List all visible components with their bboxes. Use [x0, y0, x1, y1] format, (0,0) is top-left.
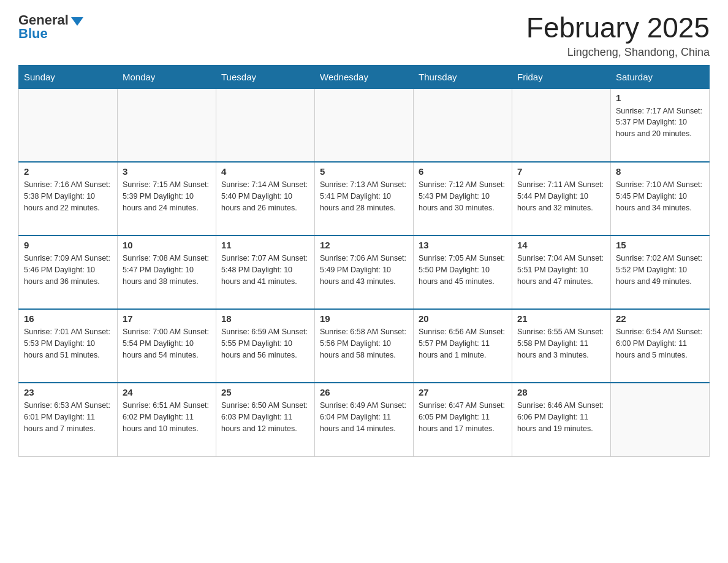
- day-info: Sunrise: 6:58 AM Sunset: 5:56 PM Dayligh…: [320, 326, 408, 361]
- day-info: Sunrise: 7:13 AM Sunset: 5:41 PM Dayligh…: [320, 179, 408, 213]
- location-text: Lingcheng, Shandong, China: [526, 46, 710, 59]
- day-number: 12: [320, 240, 408, 250]
- day-info: Sunrise: 6:51 AM Sunset: 6:02 PM Dayligh…: [123, 400, 211, 434]
- day-info: Sunrise: 7:07 AM Sunset: 5:48 PM Dayligh…: [221, 253, 309, 287]
- calendar-cell: 18Sunrise: 6:59 AM Sunset: 5:55 PM Dayli…: [216, 309, 315, 383]
- day-number: 13: [419, 240, 507, 250]
- calendar-cell: 27Sunrise: 6:47 AM Sunset: 6:05 PM Dayli…: [414, 383, 512, 456]
- day-info: Sunrise: 7:08 AM Sunset: 5:47 PM Dayligh…: [123, 253, 211, 287]
- day-info: Sunrise: 7:02 AM Sunset: 5:52 PM Dayligh…: [616, 253, 704, 287]
- weekday-header-friday: Friday: [512, 65, 611, 88]
- day-info: Sunrise: 6:53 AM Sunset: 6:01 PM Dayligh…: [24, 400, 112, 434]
- calendar-cell: 2Sunrise: 7:16 AM Sunset: 5:38 PM Daylig…: [19, 162, 118, 236]
- day-info: Sunrise: 7:10 AM Sunset: 5:45 PM Dayligh…: [616, 179, 704, 213]
- logo-arrow-icon: [71, 17, 83, 26]
- calendar-cell: 12Sunrise: 7:06 AM Sunset: 5:49 PM Dayli…: [315, 236, 414, 309]
- weekday-header-sunday: Sunday: [19, 65, 118, 88]
- calendar-cell: 16Sunrise: 7:01 AM Sunset: 5:53 PM Dayli…: [19, 309, 118, 383]
- day-number: 25: [221, 387, 309, 397]
- day-number: 23: [24, 387, 112, 397]
- day-info: Sunrise: 6:49 AM Sunset: 6:04 PM Dayligh…: [320, 400, 408, 434]
- day-number: 11: [221, 240, 309, 250]
- day-number: 15: [616, 240, 704, 250]
- weekday-header-saturday: Saturday: [611, 65, 710, 88]
- calendar-week-row: 23Sunrise: 6:53 AM Sunset: 6:01 PM Dayli…: [19, 383, 710, 456]
- calendar-header-row: SundayMondayTuesdayWednesdayThursdayFrid…: [19, 65, 710, 88]
- calendar-week-row: 2Sunrise: 7:16 AM Sunset: 5:38 PM Daylig…: [19, 162, 710, 236]
- day-number: 7: [517, 166, 605, 177]
- day-info: Sunrise: 6:59 AM Sunset: 5:55 PM Dayligh…: [221, 326, 309, 361]
- calendar-week-row: 1Sunrise: 7:17 AM Sunset: 5:37 PM Daylig…: [19, 88, 710, 162]
- day-number: 14: [517, 240, 605, 250]
- calendar-cell: 17Sunrise: 7:00 AM Sunset: 5:54 PM Dayli…: [118, 309, 216, 383]
- calendar-cell: 24Sunrise: 6:51 AM Sunset: 6:02 PM Dayli…: [118, 383, 216, 456]
- calendar-cell: [512, 88, 611, 162]
- logo: General Blue: [18, 12, 83, 42]
- day-info: Sunrise: 6:46 AM Sunset: 6:06 PM Dayligh…: [517, 400, 605, 434]
- day-number: 27: [419, 387, 507, 397]
- day-info: Sunrise: 7:17 AM Sunset: 5:37 PM Dayligh…: [616, 105, 704, 140]
- day-number: 1: [616, 93, 704, 103]
- calendar-cell: 22Sunrise: 6:54 AM Sunset: 6:00 PM Dayli…: [611, 309, 710, 383]
- day-number: 6: [419, 166, 507, 177]
- calendar-cell: 19Sunrise: 6:58 AM Sunset: 5:56 PM Dayli…: [315, 309, 414, 383]
- day-info: Sunrise: 7:14 AM Sunset: 5:40 PM Dayligh…: [221, 179, 309, 213]
- calendar-week-row: 9Sunrise: 7:09 AM Sunset: 5:46 PM Daylig…: [19, 236, 710, 309]
- day-number: 21: [517, 313, 605, 324]
- calendar-cell: [216, 88, 315, 162]
- day-number: 28: [517, 387, 605, 397]
- weekday-header-wednesday: Wednesday: [315, 65, 414, 88]
- day-number: 24: [123, 387, 211, 397]
- month-title: February 2025: [526, 12, 710, 44]
- day-number: 19: [320, 313, 408, 324]
- calendar-table: SundayMondayTuesdayWednesdayThursdayFrid…: [18, 65, 710, 457]
- calendar-cell: 14Sunrise: 7:04 AM Sunset: 5:51 PM Dayli…: [512, 236, 611, 309]
- day-info: Sunrise: 7:00 AM Sunset: 5:54 PM Dayligh…: [123, 326, 211, 361]
- calendar-cell: 25Sunrise: 6:50 AM Sunset: 6:03 PM Dayli…: [216, 383, 315, 456]
- day-info: Sunrise: 7:16 AM Sunset: 5:38 PM Dayligh…: [24, 179, 112, 213]
- day-info: Sunrise: 6:55 AM Sunset: 5:58 PM Dayligh…: [517, 326, 605, 361]
- calendar-cell: 6Sunrise: 7:12 AM Sunset: 5:43 PM Daylig…: [414, 162, 512, 236]
- day-number: 10: [123, 240, 211, 250]
- day-info: Sunrise: 7:11 AM Sunset: 5:44 PM Dayligh…: [517, 179, 605, 213]
- title-section: February 2025 Lingcheng, Shandong, China: [526, 12, 710, 59]
- day-number: 8: [616, 166, 704, 177]
- day-number: 2: [24, 166, 112, 177]
- calendar-week-row: 16Sunrise: 7:01 AM Sunset: 5:53 PM Dayli…: [19, 309, 710, 383]
- calendar-cell: [19, 88, 118, 162]
- day-info: Sunrise: 7:15 AM Sunset: 5:39 PM Dayligh…: [123, 179, 211, 213]
- calendar-cell: [611, 383, 710, 456]
- day-info: Sunrise: 7:05 AM Sunset: 5:50 PM Dayligh…: [419, 253, 507, 287]
- day-number: 9: [24, 240, 112, 250]
- page-header: General Blue February 2025 Lingcheng, Sh…: [18, 12, 710, 59]
- calendar-cell: 5Sunrise: 7:13 AM Sunset: 5:41 PM Daylig…: [315, 162, 414, 236]
- calendar-cell: [315, 88, 414, 162]
- day-info: Sunrise: 7:12 AM Sunset: 5:43 PM Dayligh…: [419, 179, 507, 213]
- calendar-cell: 1Sunrise: 7:17 AM Sunset: 5:37 PM Daylig…: [611, 88, 710, 162]
- day-info: Sunrise: 6:50 AM Sunset: 6:03 PM Dayligh…: [221, 400, 309, 434]
- day-number: 3: [123, 166, 211, 177]
- day-number: 16: [24, 313, 112, 324]
- day-info: Sunrise: 7:09 AM Sunset: 5:46 PM Dayligh…: [24, 253, 112, 287]
- calendar-cell: 20Sunrise: 6:56 AM Sunset: 5:57 PM Dayli…: [414, 309, 512, 383]
- calendar-cell: 23Sunrise: 6:53 AM Sunset: 6:01 PM Dayli…: [19, 383, 118, 456]
- weekday-header-tuesday: Tuesday: [216, 65, 315, 88]
- calendar-cell: 10Sunrise: 7:08 AM Sunset: 5:47 PM Dayli…: [118, 236, 216, 309]
- calendar-cell: [118, 88, 216, 162]
- calendar-cell: 9Sunrise: 7:09 AM Sunset: 5:46 PM Daylig…: [19, 236, 118, 309]
- calendar-cell: 7Sunrise: 7:11 AM Sunset: 5:44 PM Daylig…: [512, 162, 611, 236]
- day-info: Sunrise: 6:47 AM Sunset: 6:05 PM Dayligh…: [419, 400, 507, 434]
- day-number: 4: [221, 166, 309, 177]
- day-info: Sunrise: 7:04 AM Sunset: 5:51 PM Dayligh…: [517, 253, 605, 287]
- day-number: 18: [221, 313, 309, 324]
- day-number: 26: [320, 387, 408, 397]
- weekday-header-monday: Monday: [118, 65, 216, 88]
- day-info: Sunrise: 6:54 AM Sunset: 6:00 PM Dayligh…: [616, 326, 704, 361]
- calendar-cell: [414, 88, 512, 162]
- day-number: 20: [419, 313, 507, 324]
- day-info: Sunrise: 7:01 AM Sunset: 5:53 PM Dayligh…: [24, 326, 112, 361]
- day-number: 22: [616, 313, 704, 324]
- weekday-header-thursday: Thursday: [414, 65, 512, 88]
- calendar-cell: 3Sunrise: 7:15 AM Sunset: 5:39 PM Daylig…: [118, 162, 216, 236]
- calendar-cell: 8Sunrise: 7:10 AM Sunset: 5:45 PM Daylig…: [611, 162, 710, 236]
